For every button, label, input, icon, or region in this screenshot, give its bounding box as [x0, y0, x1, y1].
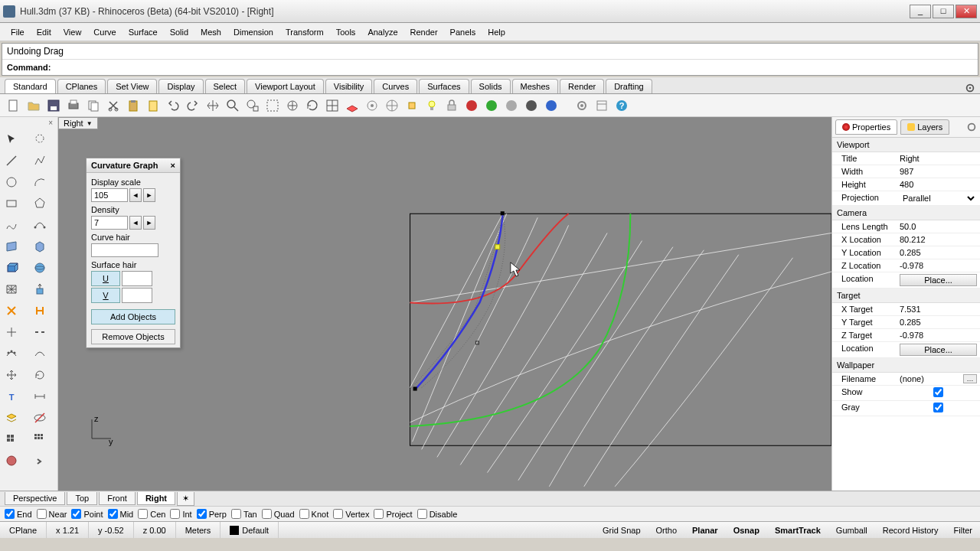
show-checkbox[interactable]: [900, 387, 977, 397]
shade-red-icon[interactable]: [462, 96, 481, 115]
toggle-gumball[interactable]: Gumball: [828, 522, 875, 538]
osnap-mid[interactable]: Mid: [108, 509, 134, 519]
prop-filename[interactable]: (none)…: [897, 373, 980, 385]
pan-icon[interactable]: [204, 96, 222, 115]
menu-transform[interactable]: Transform: [279, 25, 330, 39]
render-icon[interactable]: [2, 451, 21, 471]
tab-meshes[interactable]: Meshes: [512, 79, 559, 93]
viewport-label[interactable]: Right ▼: [58, 117, 98, 129]
gear-icon[interactable]: [965, 83, 975, 93]
toggle-filter[interactable]: Filter: [946, 522, 980, 538]
toggle-gridsnap[interactable]: Grid Snap: [595, 522, 648, 538]
open-file-icon[interactable]: [24, 96, 43, 115]
grid1-icon[interactable]: [2, 429, 21, 449]
grid2-icon[interactable]: [30, 429, 50, 449]
panel-gear-icon[interactable]: [966, 122, 977, 132]
shade-green-icon[interactable]: [482, 96, 501, 115]
lasso-icon[interactable]: [30, 129, 50, 149]
prop-ztarget[interactable]: -0.978: [897, 329, 980, 341]
new-file-icon[interactable]: [5, 96, 23, 115]
place-camera-button[interactable]: Place...: [900, 274, 977, 286]
density-input[interactable]: [91, 216, 128, 230]
shade-dark-icon[interactable]: [522, 96, 541, 115]
tab-display[interactable]: Display: [158, 79, 203, 93]
hide-icon[interactable]: [30, 408, 50, 428]
box-icon[interactable]: [2, 258, 21, 278]
display-scale-input[interactable]: [91, 188, 128, 202]
osnap-quad[interactable]: Quad: [262, 509, 295, 519]
save-icon[interactable]: [44, 96, 63, 115]
vptab-add-icon[interactable]: ✶: [177, 492, 194, 506]
tab-viewportlayout[interactable]: Viewport Layout: [247, 79, 324, 93]
zoom-icon[interactable]: [224, 96, 242, 115]
status-layer[interactable]: Default: [220, 522, 279, 538]
shade-blue-icon[interactable]: [542, 96, 560, 115]
cplane-icon[interactable]: [343, 96, 361, 115]
undo-icon[interactable]: [164, 96, 182, 115]
clipboard-icon[interactable]: [144, 96, 162, 115]
osnap-cen[interactable]: Cen: [138, 509, 165, 519]
osnap-project[interactable]: Project: [374, 509, 412, 519]
light-icon[interactable]: [423, 96, 441, 115]
scale-decrease-button[interactable]: ◄: [129, 188, 142, 202]
menu-analyze[interactable]: Analyze: [361, 25, 403, 39]
prop-ytarget[interactable]: 0.285: [897, 316, 980, 328]
prop-zloc[interactable]: -0.978: [897, 259, 980, 272]
properties-icon[interactable]: [593, 96, 611, 115]
zoom-extents-icon[interactable]: [243, 96, 262, 115]
sphere-icon[interactable]: [30, 258, 50, 278]
menu-file[interactable]: File: [5, 25, 31, 39]
prop-xtarget[interactable]: 7.531: [897, 303, 980, 315]
shade-gray-icon[interactable]: [502, 96, 521, 115]
rotate-view-icon[interactable]: [303, 96, 322, 115]
osnap-point[interactable]: Point: [71, 509, 103, 519]
surface-icon[interactable]: [2, 236, 21, 256]
rotate-icon[interactable]: [30, 365, 50, 385]
curve-icon[interactable]: [2, 215, 21, 235]
mesh-icon[interactable]: [2, 279, 21, 299]
curvature-graph-panel[interactable]: Curvature Graph× Display scale ◄ ► Densi…: [86, 158, 181, 348]
options-icon[interactable]: [573, 96, 591, 115]
toggle-ortho[interactable]: Ortho: [648, 522, 685, 538]
osnap-perp[interactable]: Perp: [197, 509, 227, 519]
menu-tools[interactable]: Tools: [330, 25, 362, 39]
menu-view[interactable]: View: [57, 25, 88, 39]
osnap-near[interactable]: Near: [37, 509, 67, 519]
tab-drafting[interactable]: Drafting: [606, 79, 652, 93]
gray-checkbox[interactable]: [900, 403, 977, 412]
paste-icon[interactable]: [124, 96, 142, 115]
copy-icon[interactable]: [84, 96, 103, 115]
circle-icon[interactable]: [2, 172, 21, 192]
tab-curves[interactable]: Curves: [374, 79, 417, 93]
menu-panels[interactable]: Panels: [444, 25, 482, 39]
dim-icon[interactable]: [30, 386, 50, 406]
print-icon[interactable]: [64, 96, 83, 115]
vptab-front[interactable]: Front: [99, 492, 136, 505]
interp-icon[interactable]: [30, 215, 50, 235]
prop-title[interactable]: Right: [897, 152, 980, 165]
redo-icon[interactable]: [184, 96, 202, 115]
points-on-icon[interactable]: [2, 344, 21, 364]
toolbox-close-icon[interactable]: ×: [2, 119, 56, 129]
menu-surface[interactable]: Surface: [122, 25, 164, 39]
curve-hair-swatch[interactable]: [91, 243, 158, 257]
remove-objects-button[interactable]: Remove Objects: [91, 329, 175, 344]
vptab-right[interactable]: Right: [137, 492, 175, 505]
status-cplane[interactable]: CPlane: [0, 522, 47, 538]
menu-edit[interactable]: Edit: [31, 25, 57, 39]
maximize-button[interactable]: □: [933, 5, 954, 18]
v-button[interactable]: V: [91, 288, 120, 303]
tab-surfaces[interactable]: Surfaces: [419, 79, 469, 93]
toggle-planar[interactable]: Planar: [684, 522, 726, 538]
set-view-icon[interactable]: [383, 96, 401, 115]
trim-icon[interactable]: [2, 322, 21, 342]
menu-mesh[interactable]: Mesh: [194, 25, 227, 39]
cut-icon[interactable]: [104, 96, 122, 115]
prop-projection[interactable]: Parallel: [897, 191, 980, 205]
minimize-button[interactable]: _: [910, 5, 931, 18]
prop-yloc[interactable]: 0.285: [897, 246, 980, 259]
toggle-smarttrack[interactable]: SmartTrack: [767, 522, 828, 538]
move-icon[interactable]: [2, 365, 21, 385]
scale-increase-button[interactable]: ►: [143, 188, 155, 202]
prop-lens[interactable]: 50.0: [897, 220, 980, 233]
